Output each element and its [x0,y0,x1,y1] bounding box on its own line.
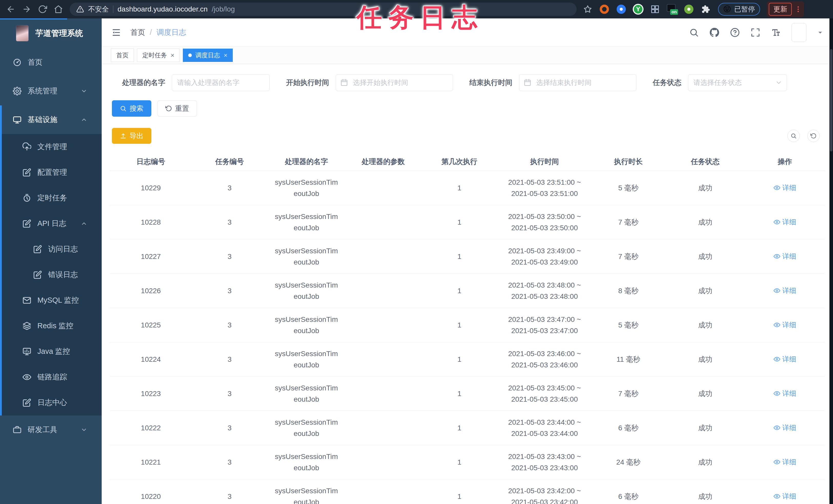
back-icon[interactable] [6,5,15,14]
java-monitor-icon [23,347,31,356]
reload-icon[interactable] [38,5,47,14]
sidebar-item-system-management[interactable]: 系统管理 [0,77,102,105]
ext-leaf-icon[interactable] [683,4,694,15]
ext-grid-icon[interactable] [649,4,661,15]
toggle-search-button[interactable] [787,130,800,142]
breadcrumb-home[interactable]: 首页 [130,27,145,37]
sidebar-item-log-center[interactable]: 日志中心 [0,390,102,415]
detail-link[interactable]: 详细 [774,252,796,261]
font-size-icon[interactable] [771,28,781,37]
cell-execute-index: 1 [421,184,498,192]
refresh-table-icon [810,133,817,139]
user-avatar[interactable] [791,23,806,42]
url-path: /job/log [212,5,235,13]
job-status-input[interactable] [688,74,787,91]
detail-link[interactable]: 详细 [774,423,796,432]
ext-blue-lamp-icon[interactable] [616,4,627,15]
sidebar-item-trace[interactable]: 链路追踪 [0,364,102,390]
tab-scheduled-tasks[interactable]: 定时任务× [137,49,180,62]
detail-link-label: 详细 [782,492,796,501]
detail-link-label: 详细 [782,423,796,432]
bookmark-star-icon[interactable] [583,5,592,14]
cell-duration: 11 毫秒 [591,355,666,364]
cell-duration: 7 毫秒 [591,252,666,261]
cell-execute-time-line2: 2021-05-03 23:42:00 [498,497,591,504]
toggle-search-icon [790,133,796,139]
export-button[interactable]: 导出 [112,128,151,144]
cell-actions: 详细 [745,457,825,467]
sidebar-item-mysql-monitor[interactable]: MySQL 监控 [0,287,102,313]
github-icon[interactable] [710,28,719,37]
detail-link[interactable]: 详细 [774,286,796,295]
sidebar-item-label: API 日志 [38,219,66,229]
end-time-input[interactable] [519,74,636,91]
sidebar-item-api-logs[interactable]: API 日志 [0,211,102,236]
detail-link[interactable]: 详细 [774,183,796,193]
cell-job-id: 3 [192,218,267,226]
profile-paused-pill[interactable]: 😝 已暂停 [718,3,760,16]
detail-link[interactable]: 详细 [774,457,796,467]
sidebar-item-label: MySQL 监控 [38,295,79,305]
fullscreen-icon[interactable] [751,28,760,37]
cell-execute-time-line1: 2021-05-03 23:48:00 ~ [498,280,591,291]
tab-job-log[interactable]: 调度日志× [183,49,233,62]
sidebar-collapse-icon[interactable] [111,28,121,37]
handler-name-input[interactable] [172,74,270,91]
ext-green-y-icon[interactable]: Y [633,4,644,15]
detail-link[interactable]: 详细 [774,389,796,398]
sidebar-item-config-management[interactable]: 配置管理 [0,160,102,185]
not-secure-icon[interactable] [76,5,84,13]
sidebar-item-label: 文件管理 [38,142,67,152]
sidebar-item-label: 首页 [28,57,43,68]
browser-menu-icon[interactable] [794,5,802,13]
chevron-down-icon [81,427,87,433]
help-icon[interactable] [730,28,740,37]
ext-orange-ring-icon[interactable] [599,4,610,15]
home-icon[interactable] [54,5,63,14]
header-search-icon[interactable] [689,28,699,37]
detail-link[interactable]: 详细 [774,218,796,227]
sidebar-item-dev-tools[interactable]: 研发工具 [0,415,102,444]
sidebar-item-access-logs[interactable]: 访问日志 [0,236,102,262]
eye-icon [774,390,780,397]
detail-link[interactable]: 详细 [774,320,796,329]
sidebar-item-file-management[interactable]: 文件管理 [0,134,102,160]
detail-link[interactable]: 详细 [774,492,796,501]
close-tab-icon[interactable]: × [170,52,174,58]
cell-duration: 6 毫秒 [591,492,666,501]
active-section-indicator [0,105,2,415]
sidebar-item-label: 配置管理 [38,167,67,178]
app-logo-row[interactable]: 芋道管理系统 [0,19,102,48]
sidebar-item-scheduled-tasks[interactable]: 定时任务 [0,185,102,211]
ext-switchy-icon[interactable]: on [666,4,677,15]
dashboard-icon [13,58,22,67]
column-header: 任务状态 [666,157,745,167]
tab-home[interactable]: 首页 [111,49,134,62]
refresh-table-button[interactable] [807,130,820,142]
scrollbar-thumb[interactable] [830,49,832,151]
eye-icon [774,253,780,260]
cell-execute-index: 1 [421,321,498,329]
sidebar-item-home[interactable]: 首页 [0,48,102,77]
sidebar-item-error-logs[interactable]: 错误日志 [0,262,102,287]
sidebar-item-infrastructure[interactable]: 基础设施 [0,105,102,134]
address-bar[interactable]: 不安全 dashboard.yudao.iocoder.cn /job/log [70,3,577,16]
cell-execute-time: 2021-05-03 23:47:00 ~2021-05-03 23:47:00 [498,314,591,336]
reset-button[interactable]: 重置 [158,100,197,117]
detail-link-label: 详细 [782,389,796,398]
user-menu-caret-icon[interactable] [817,29,823,35]
forward-icon[interactable] [22,5,31,14]
cell-execute-time: 2021-05-03 23:44:00 ~2021-05-03 23:44:00 [498,417,591,439]
search-button[interactable]: 搜索 [112,100,151,117]
cell-job-id: 3 [192,287,267,295]
ext-puzzle-icon[interactable] [700,4,711,15]
cell-execute-time: 2021-05-03 23:48:00 ~2021-05-03 23:48:00 [498,280,591,302]
eye-icon [774,287,780,294]
column-header: 日志编号 [110,157,192,167]
update-button[interactable]: 更新 [769,3,792,16]
sidebar-item-redis-monitor[interactable]: Redis 监控 [0,313,102,339]
sidebar-item-java-monitor[interactable]: Java 监控 [0,339,102,364]
detail-link[interactable]: 详细 [774,355,796,364]
close-tab-icon[interactable]: × [223,52,228,58]
begin-time-input[interactable] [336,74,453,91]
